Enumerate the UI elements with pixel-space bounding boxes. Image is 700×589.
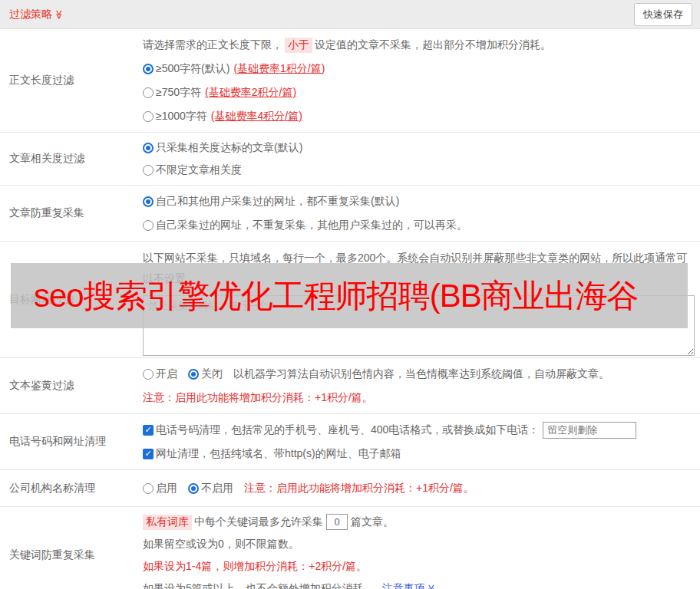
page-title-toggle[interactable]: 过滤策略 ≫	[9, 8, 64, 21]
section-phone-url-cleanup: 电话号码和网址清理 ✓ 电话号码清理，包括常见的手机号、座机号、400电话格式，…	[0, 414, 700, 470]
radio-icon[interactable]	[143, 87, 154, 98]
porn-option-off[interactable]: 关闭	[188, 367, 223, 381]
length-option-750[interactable]: ≥750字符 (基础费率2积分/篇)	[143, 81, 694, 104]
notes-link[interactable]: 注意事项 ≫	[382, 582, 437, 589]
cost-note: (基础费率4积分/篇)	[211, 110, 302, 123]
section-content: ✓ 电话号码清理，包括常见的手机号、座机号、400电话格式，或替换成如下电话： …	[143, 414, 700, 469]
radio-icon[interactable]	[143, 196, 154, 207]
section-content: 只采集相关度达标的文章(默认) 不限定文章相关度	[143, 133, 700, 185]
topbar: 过滤策略 ≫ 快速保存	[0, 0, 700, 29]
section-content-length: 正文长度过滤 请选择需求的正文长度下限， 小于 设定值的文章不采集，超出部分不增…	[0, 29, 700, 133]
section-content: 私有词库 中每个关键词最多允许采集 篇文章。 如果留空或设为0，则不限篇数。 如…	[143, 507, 700, 589]
company-option-off[interactable]: 不启用	[188, 482, 233, 495]
replacement-phone-input[interactable]	[543, 422, 636, 439]
chevron-down-icon: ≫	[427, 584, 436, 589]
section-content: 开启 关闭 以机器学习算法自动识别色情内容，当色情概率达到系统阈值，自动屏蔽文章…	[143, 358, 700, 413]
length-intro: 请选择需求的正文长度下限， 小于 设定值的文章不采集，超出部分不增加积分消耗。	[143, 33, 694, 57]
company-options-line: 启用 不启用 注意：启用此功能将增加积分消耗：+1积分/篇。	[143, 476, 694, 500]
watermark-text: seo搜索引擎优化工程师招聘(BB商业出海谷	[11, 275, 639, 318]
section-content: 自己和其他用户采集过的网址，都不重复采集(默认) 自己采集过的网址，不重复采集，…	[143, 186, 700, 241]
radio-icon[interactable]	[143, 165, 154, 176]
highlight-less-than: 小于	[285, 38, 312, 53]
radio-icon[interactable]	[143, 220, 154, 231]
chevron-down-icon: ≫	[54, 9, 64, 19]
radio-icon[interactable]	[188, 369, 199, 380]
cost-note: (基础费率1积分/篇)	[233, 62, 325, 76]
cost-note: (基础费率2积分/篇)	[205, 86, 296, 100]
section-label: 文章相关度过滤	[0, 133, 143, 185]
porn-description: 以机器学习算法自动识别色情内容，当色情概率达到系统阈值，自动屏蔽文章。	[233, 367, 609, 381]
phone-cleanup-line: ✓ 电话号码清理，包括常见的手机号、座机号、400电话格式，或替换成如下电话：	[143, 418, 694, 442]
section-company-cleanup: 公司机构名称清理 启用 不启用 注意：启用此功能将增加积分消耗：+1积分/篇。	[0, 470, 700, 507]
checkbox-checked-icon[interactable]: ✓	[143, 425, 154, 436]
radio-icon[interactable]	[143, 64, 154, 74]
radio-icon[interactable]	[143, 111, 154, 122]
section-label: 文本鉴黄过滤	[0, 358, 143, 413]
page-title: 过滤策略	[9, 8, 52, 21]
section-content: 启用 不启用 注意：启用此功能将增加积分消耗：+1积分/篇。	[143, 470, 700, 506]
checkbox-checked-icon[interactable]: ✓	[143, 449, 154, 459]
section-label: 公司机构名称清理	[0, 470, 143, 506]
keyword-limit-line: 私有词库 中每个关键词最多允许采集 篇文章。	[143, 511, 694, 533]
section-label: 电话号码和网址清理	[0, 414, 143, 469]
section-porn-filter: 文本鉴黄过滤 开启 关闭 以机器学习算法自动识别色情内容，当色情概率达到系统阈值…	[0, 358, 700, 414]
length-option-1000[interactable]: ≥1000字符 (基础费率4积分/篇)	[143, 104, 694, 128]
relevance-option-any[interactable]: 不限定文章相关度	[143, 159, 694, 181]
porn-warning: 注意：启用此功能将增加积分消耗：+1积分/篇。	[143, 386, 694, 410]
relevance-option-strict[interactable]: 只采集相关度达标的文章(默认)	[143, 137, 694, 159]
radio-icon[interactable]	[143, 369, 154, 380]
filter-strategy-page: 过滤策略 ≫ 快速保存 正文长度过滤 请选择需求的正文长度下限， 小于 设定值的…	[0, 0, 700, 589]
dedup-option-all-users[interactable]: 自己和其他用户采集过的网址，都不重复采集(默认)	[143, 189, 694, 213]
keyword-note-five: 如果设为5篇或以上，也不会额外增加积分消耗。 注意事项 ≫	[143, 577, 694, 589]
quick-save-button[interactable]: 快速保存	[634, 3, 692, 26]
highlight-private-lexicon: 私有词库	[143, 515, 192, 530]
radio-icon[interactable]	[188, 483, 199, 494]
url-cleanup-line: ✓ 网址清理，包括纯域名、带http(s)的网址、电子邮箱	[143, 442, 694, 466]
porn-option-on[interactable]: 开启	[143, 367, 177, 381]
length-option-500[interactable]: ≥500字符(默认) (基础费率1积分/篇)	[143, 57, 694, 81]
keyword-note-zero: 如果留空或设为0，则不限篇数。	[143, 533, 694, 555]
radio-icon[interactable]	[143, 483, 154, 494]
keyword-note-cost: 如果设为1-4篇，则增加积分消耗：+2积分/篇。	[143, 555, 694, 577]
dedup-option-self-only[interactable]: 自己采集过的网址，不重复采集，其他用户采集过的，可以再采。	[143, 213, 694, 237]
watermark-overlay: seo搜索引擎优化工程师招聘(BB商业出海谷	[11, 263, 688, 328]
section-relevance: 文章相关度过滤 只采集相关度达标的文章(默认) 不限定文章相关度	[0, 133, 700, 186]
porn-options-line: 开启 关闭 以机器学习算法自动识别色情内容，当色情概率达到系统阈值，自动屏蔽文章…	[143, 362, 694, 386]
company-warning: 注意：启用此功能将增加积分消耗：+1积分/篇。	[244, 482, 474, 495]
section-label: 关键词防重复采集	[0, 507, 143, 589]
radio-icon[interactable]	[143, 143, 154, 153]
section-content: 请选择需求的正文长度下限， 小于 设定值的文章不采集，超出部分不增加积分消耗。 …	[143, 29, 700, 132]
company-option-on[interactable]: 启用	[143, 482, 177, 495]
section-label: 文章防重复采集	[0, 186, 143, 241]
section-keyword-dedup: 关键词防重复采集 私有词库 中每个关键词最多允许采集 篇文章。 如果留空或设为0…	[0, 507, 700, 589]
keyword-limit-input[interactable]	[326, 514, 348, 530]
section-label: 正文长度过滤	[0, 29, 143, 132]
section-dedup: 文章防重复采集 自己和其他用户采集过的网址，都不重复采集(默认) 自己采集过的网…	[0, 186, 700, 242]
